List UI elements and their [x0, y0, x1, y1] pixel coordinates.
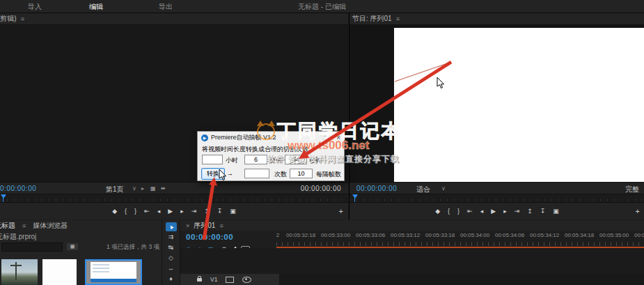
- goto-out-button[interactable]: ⇥: [191, 208, 197, 215]
- program-video-frame: [394, 28, 644, 183]
- hour-label: 小时: [226, 156, 238, 165]
- play-button[interactable]: ▶: [168, 208, 173, 215]
- track-label[interactable]: V1: [210, 276, 217, 283]
- close-button[interactable]: ×: [336, 134, 340, 141]
- source-monitor-tab[interactable]: (剪辑): [0, 14, 17, 24]
- pen-tool[interactable]: ♦: [166, 275, 177, 284]
- source-monitor-panel: (剪辑) ≡ 00:00:00:00 第1页 ∨ ▸ ▦ ⇹ 00:00:00:…: [0, 13, 348, 219]
- panel-menu-icon[interactable]: ≡: [22, 222, 26, 229]
- play-button[interactable]: ▶: [491, 208, 496, 215]
- button-editor-plus[interactable]: +: [339, 207, 343, 215]
- result-field[interactable]: [244, 169, 269, 178]
- step-back-button[interactable]: ◂: [480, 208, 484, 215]
- interval-label: 每隔帧数: [316, 170, 341, 179]
- ruler-label: 00:05:35:06: [634, 232, 644, 238]
- ruler-label: 00:05:33:12: [391, 232, 420, 238]
- tab-project[interactable]: 无标题: [0, 221, 15, 231]
- ruler-label: 00:05:34:18: [565, 232, 594, 238]
- selection-tool[interactable]: ▲: [166, 222, 177, 231]
- clip-thumbnail-2[interactable]: [42, 259, 77, 285]
- overwrite-button[interactable]: ↧: [217, 208, 223, 215]
- hour-field[interactable]: [202, 155, 223, 164]
- mark-in-button[interactable]: {: [448, 208, 450, 215]
- track-output-eye-icon[interactable]: [242, 277, 251, 283]
- second-label: 秒钟: [309, 156, 322, 165]
- chevron-down-icon[interactable]: ∨: [441, 185, 446, 192]
- project-file-name: 无标题.prproj: [0, 232, 36, 242]
- source-transport: ◆ { } ⇤ ◂ ▶ ▸ ⇥ ↥ ↧ ▣ +: [0, 202, 348, 219]
- step-forward-button[interactable]: ▸: [180, 208, 184, 215]
- tab-media-browser[interactable]: 媒体浏览器: [33, 221, 68, 231]
- search-input[interactable]: [1, 242, 63, 252]
- tools-panel: ▲ ⇉ ↹ ◇ ↔ ♦: [162, 220, 180, 285]
- ruler-label: 00:05:32:12: [276, 232, 279, 238]
- export-frame-button[interactable]: ▣: [230, 208, 236, 215]
- clip-thumbnail-3-selected[interactable]: [85, 259, 142, 285]
- minimize-button[interactable]: −: [311, 134, 315, 141]
- ruler-label: 00:05:34:12: [530, 232, 559, 238]
- next-page-icon[interactable]: ▸: [141, 185, 144, 192]
- settings-icon[interactable]: ▦: [150, 185, 156, 192]
- project-panel: 无标题 ≡ 媒体浏览器 无标题.prproj ▦ 1 项已选择，共 3 项: [0, 220, 162, 285]
- add-marker-button[interactable]: ◆: [435, 208, 440, 215]
- track-targeting-icon[interactable]: [226, 277, 234, 283]
- minute-field[interactable]: 6: [244, 155, 267, 164]
- panel-menu-icon[interactable]: ≡: [396, 15, 400, 22]
- source-timecode[interactable]: 00:00:00:00: [0, 185, 36, 192]
- view-options-button[interactable]: ▦: [67, 243, 78, 250]
- slip-tool[interactable]: ↔: [166, 264, 177, 273]
- program-transport: ◆ { } ⇤ ◂ ▶ ▸ ⇥ ↥ ↧ ▣ +: [350, 202, 644, 219]
- program-monitor-panel: 节目: 序列01 ≡ 00:00:00:00 适合 ∨ 完整 ◆ { } ⇤ ◂…: [349, 13, 644, 219]
- clip-thumbnail-1[interactable]: [1, 259, 38, 285]
- add-marker-button[interactable]: ◆: [112, 208, 117, 215]
- program-timecode[interactable]: 00:00:00:00: [356, 185, 397, 192]
- count-field[interactable]: 10: [290, 169, 313, 178]
- panel-menu-icon[interactable]: ≡: [21, 15, 24, 22]
- convert-button[interactable]: 转换: [201, 168, 225, 180]
- ruler-label: 00:05:35:00: [599, 232, 629, 238]
- track-lock-icon[interactable]: [197, 278, 202, 282]
- second-field[interactable]: 34: [285, 155, 307, 164]
- maximize-button[interactable]: □: [324, 134, 328, 141]
- timeline-timecode[interactable]: 00:00:00:00: [186, 233, 233, 241]
- program-monitor-statusbar: 00:00:00:00 适合 ∨ 完整: [350, 182, 644, 194]
- source-playhead[interactable]: [1, 194, 6, 199]
- step-back-button[interactable]: ◂: [157, 208, 161, 215]
- mark-out-button[interactable]: }: [457, 208, 460, 215]
- goto-in-button[interactable]: ⇤: [144, 208, 150, 215]
- lift-button[interactable]: ↥: [527, 208, 533, 215]
- goto-in-button[interactable]: ⇤: [467, 208, 473, 215]
- ruler-label: 00:05:34:06: [495, 232, 524, 238]
- playback-resolution-select[interactable]: 完整: [625, 185, 639, 194]
- chevron-down-icon[interactable]: ∨: [132, 185, 136, 192]
- source-monitor-statusbar: 00:00:00:00 第1页 ∨ ▸ ▦ ⇹ 00:00:00:00: [0, 182, 348, 194]
- extract-button[interactable]: ↧: [540, 208, 546, 215]
- export-frame-button[interactable]: ▣: [553, 208, 559, 215]
- timeline-track-area[interactable]: [180, 248, 644, 274]
- ripple-edit-tool[interactable]: ↹: [166, 243, 177, 252]
- count-label: 次数: [274, 170, 287, 179]
- goto-out-button[interactable]: ⇥: [515, 208, 520, 215]
- zoom-level-select[interactable]: 适合: [416, 185, 430, 194]
- titlebar: 导入 编辑 导出 无标题 - 已编辑: [0, 0, 644, 13]
- mark-out-button[interactable]: }: [134, 208, 136, 215]
- timeline-ruler[interactable]: 00:05:32:12 00:05:32:18 00:05:33:00 00:0…: [276, 231, 644, 248]
- timeline-tab[interactable]: 序列01: [194, 221, 215, 231]
- source-monitor-tabbar: (剪辑) ≡: [0, 13, 348, 25]
- mark-in-button[interactable]: {: [125, 208, 127, 215]
- button-editor-plus[interactable]: +: [636, 207, 640, 215]
- premiere-window: 导入 编辑 导出 无标题 - 已编辑 (剪辑) ≡ 00:00:00:00 第1…: [0, 0, 644, 285]
- insert-button[interactable]: ↥: [204, 208, 210, 215]
- page-selector[interactable]: 第1页: [106, 185, 124, 194]
- program-monitor-tab[interactable]: 节目: 序列01: [352, 14, 392, 24]
- razor-tool[interactable]: ◇: [166, 254, 177, 263]
- button-editor-icon[interactable]: ⇹: [161, 185, 166, 192]
- track-select-forward-tool[interactable]: ⇉: [166, 233, 177, 242]
- program-playhead[interactable]: [352, 194, 358, 199]
- close-icon[interactable]: ×: [186, 222, 189, 229]
- panel-menu-icon[interactable]: ≡: [219, 222, 223, 229]
- program-monitor-view: [350, 25, 644, 183]
- timeline-tabbar: × 序列01 ≡: [180, 220, 644, 231]
- step-forward-button[interactable]: ▸: [503, 208, 507, 215]
- source-duration: 00:00:00:00: [301, 185, 341, 192]
